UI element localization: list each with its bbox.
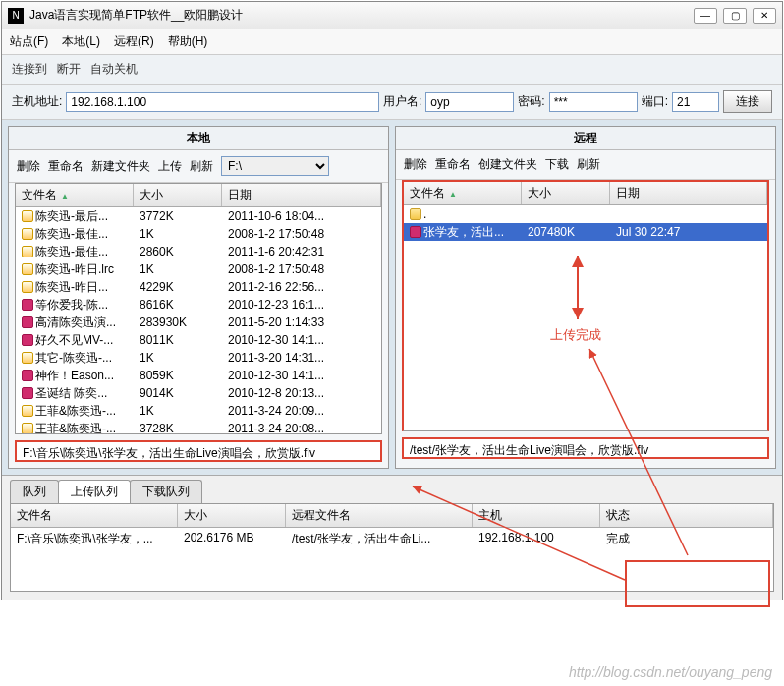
local-col-size[interactable]: 大小 (134, 184, 222, 206)
host-input[interactable] (66, 92, 379, 112)
remote-pane: 远程 删除 重命名 创建文件夹 下载 刷新 文件名 大小 日期 .张学友，活出.… (395, 126, 776, 469)
tab-download[interactable]: 下载队列 (130, 480, 202, 503)
table-row[interactable]: 其它-陈奕迅-...1K2011-3-20 14:31... (16, 349, 381, 367)
file-icon (22, 316, 33, 328)
remote-tbody[interactable]: .张学友，活出...207480KJul 30 22:47 (404, 205, 767, 431)
table-row[interactable]: 好久不见MV-...8011K2010-12-30 14:1... (16, 331, 381, 349)
local-col-name[interactable]: 文件名 (16, 184, 134, 206)
table-row[interactable]: 王菲&陈奕迅-...1K2011-3-24 20:09... (16, 402, 381, 420)
remote-rename[interactable]: 重命名 (435, 156, 471, 173)
menu-local[interactable]: 本地(L) (62, 33, 100, 50)
menu-site[interactable]: 站点(F) (10, 33, 48, 50)
window-title: Java语言实现简单FTP软件__欧阳鹏设计 (29, 7, 694, 24)
file-size: 207480K (522, 225, 610, 239)
remote-col-name[interactable]: 文件名 (404, 182, 522, 204)
file-icon (22, 228, 33, 240)
connection-row: 主机地址: 用户名: 密码: 端口: 连接 (2, 85, 782, 120)
tab-queue[interactable]: 队列 (10, 480, 59, 503)
file-icon (22, 405, 33, 417)
file-size: 8616K (134, 298, 222, 312)
qcol-rname[interactable]: 远程文件名 (286, 504, 473, 527)
remote-refresh[interactable]: 刷新 (577, 156, 600, 173)
local-delete[interactable]: 删除 (17, 158, 40, 175)
maximize-button[interactable]: ▢ (723, 8, 747, 24)
pass-input[interactable] (549, 92, 638, 112)
user-label: 用户名: (383, 93, 421, 110)
menu-bar: 站点(F) 本地(L) 远程(R) 帮助(H) (2, 29, 782, 55)
app-icon: N (8, 8, 24, 24)
table-row[interactable]: 陈奕迅-昨日...4229K2011-2-16 22:56... (16, 278, 381, 296)
file-size: 9014K (134, 386, 222, 400)
file-name: 其它-陈奕迅-... (35, 350, 112, 367)
local-col-date[interactable]: 日期 (222, 184, 381, 206)
local-title: 本地 (9, 127, 388, 150)
local-path: F:\音乐\陈奕迅\张学友，活出生命Live演唱会，欣赏版.flv (15, 440, 382, 462)
qcol-status[interactable]: 状态 (600, 504, 773, 527)
file-size: 283930K (134, 315, 222, 329)
remote-col-date[interactable]: 日期 (610, 182, 767, 204)
table-row[interactable]: 高清陈奕迅演...283930K2011-5-20 1:14:33 (16, 314, 381, 331)
table-row[interactable]: 神作！Eason...8059K2010-12-30 14:1... (16, 367, 381, 384)
qcol-host[interactable]: 主机 (473, 504, 600, 527)
table-row[interactable]: . (404, 205, 767, 223)
table-row[interactable]: 圣诞结 陈奕...9014K2010-12-8 20:13... (16, 384, 381, 402)
local-table: 文件名 大小 日期 陈奕迅-最后...3772K2011-10-6 18:04.… (15, 183, 382, 434)
table-row[interactable]: 陈奕迅-最后...3772K2011-10-6 18:04... (16, 207, 381, 225)
local-newfolder[interactable]: 新建文件夹 (91, 158, 150, 175)
table-row[interactable]: 张学友，活出...207480KJul 30 22:47 (404, 223, 767, 241)
connect-button[interactable]: 连接 (723, 90, 772, 113)
menu-remote[interactable]: 远程(R) (114, 33, 154, 50)
disconnect[interactable]: 断开 (57, 61, 81, 78)
remote-delete[interactable]: 删除 (404, 156, 427, 173)
qcol-size[interactable]: 大小 (178, 504, 286, 527)
table-row[interactable]: 陈奕迅-昨日.lrc1K2008-1-2 17:50:48 (16, 260, 381, 278)
file-name: . (423, 207, 426, 221)
file-name: 圣诞结 陈奕... (35, 385, 107, 402)
remote-path: /test/张学友，活出生命Live演唱会，欣赏版.flv (402, 437, 769, 459)
local-upload[interactable]: 上传 (158, 158, 182, 175)
file-date: 2011-3-24 20:08... (222, 422, 381, 433)
file-name: 王菲&陈奕迅-... (35, 421, 116, 434)
port-input[interactable] (672, 92, 719, 112)
file-size: 1K (134, 262, 222, 276)
local-refresh[interactable]: 刷新 (190, 158, 213, 175)
file-name: 高清陈奕迅演... (35, 314, 116, 331)
remote-newfolder[interactable]: 创建文件夹 (478, 156, 537, 173)
pass-label: 密码: (518, 93, 544, 110)
host-label: 主机地址: (12, 93, 62, 110)
file-date: 2010-12-30 14:1... (222, 333, 381, 347)
connect-to[interactable]: 连接到 (12, 61, 47, 78)
watermark: http://blog.csdn.net/ouyang_peng (569, 664, 772, 680)
user-input[interactable] (425, 92, 514, 112)
qcol-name[interactable]: 文件名 (11, 504, 178, 527)
file-size: 4229K (134, 280, 222, 294)
file-icon (22, 246, 33, 257)
tab-upload[interactable]: 上传队列 (58, 480, 131, 503)
file-name: 张学友，活出... (423, 224, 504, 241)
auto-shutdown[interactable]: 自动关机 (90, 61, 138, 78)
file-date: 2010-12-30 14:1... (222, 369, 381, 382)
local-ops: 删除 重命名 新建文件夹 上传 刷新 F:\ (9, 150, 388, 183)
file-icon (22, 387, 33, 399)
queue-row[interactable]: F:\音乐\陈奕迅\张学友，... 202.6176 MB /test/张学友，… (11, 528, 773, 550)
file-size: 1K (134, 351, 222, 365)
file-date: 2010-12-8 20:13... (222, 386, 381, 400)
remote-col-size[interactable]: 大小 (522, 182, 610, 204)
file-name: 王菲&陈奕迅-... (35, 403, 116, 420)
local-rename[interactable]: 重命名 (48, 158, 84, 175)
menu-help[interactable]: 帮助(H) (168, 33, 208, 50)
table-row[interactable]: 等你爱我-陈...8616K2010-12-23 16:1... (16, 296, 381, 314)
file-date: 2011-3-24 20:09... (222, 404, 381, 418)
table-row[interactable]: 陈奕迅-最佳...2860K2011-1-6 20:42:31 (16, 243, 381, 260)
file-date: 2008-1-2 17:50:48 (222, 262, 381, 276)
file-icon (22, 423, 33, 433)
remote-download[interactable]: 下载 (545, 156, 569, 173)
port-label: 端口: (642, 93, 668, 110)
close-button[interactable]: ✕ (753, 8, 776, 24)
file-size: 8059K (134, 369, 222, 382)
local-tbody[interactable]: 陈奕迅-最后...3772K2011-10-6 18:04...陈奕迅-最佳..… (16, 207, 381, 433)
local-drive-select[interactable]: F:\ (221, 156, 329, 176)
table-row[interactable]: 王菲&陈奕迅-...3728K2011-3-24 20:08... (16, 420, 381, 433)
table-row[interactable]: 陈奕迅-最佳...1K2008-1-2 17:50:48 (16, 225, 381, 243)
minimize-button[interactable]: — (694, 8, 717, 24)
